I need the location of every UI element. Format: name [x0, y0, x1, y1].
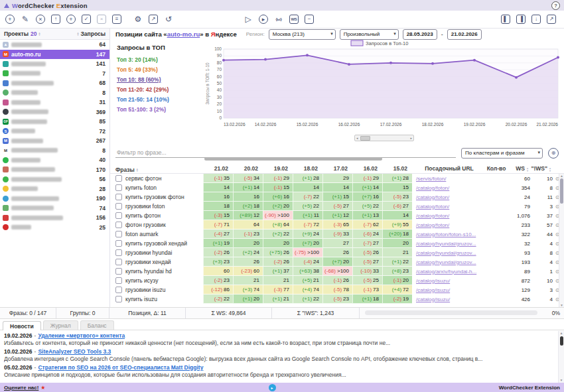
project-item[interactable]: ▲64	[0, 40, 109, 50]
project-item[interactable]: 28	[0, 184, 109, 194]
project-item[interactable]: 156	[0, 213, 109, 223]
landing-url-link[interactable]: /catalog/hyundai/gruzov...	[416, 241, 476, 247]
row-checkbox[interactable]	[115, 296, 122, 302]
top-stat-line[interactable]: Топ 3: 20 (14%)	[117, 55, 204, 65]
project-item[interactable]: 369	[0, 107, 109, 117]
news-vscrollbar[interactable]: ▲ ▼	[558, 331, 564, 383]
region-select[interactable]: Москва (213)	[269, 29, 336, 40]
scroll-right-icon[interactable]: ▸	[409, 137, 413, 140]
add-project-icon[interactable]: +	[5, 15, 15, 24]
scroll-thumb[interactable]	[360, 136, 370, 141]
phrase-list-icon[interactable]: ✓	[82, 15, 91, 24]
history-icon[interactable]: ↺	[164, 15, 173, 24]
landing-url-link[interactable]: /catalog/foton/	[416, 194, 449, 200]
project-item[interactable]: 68	[0, 78, 109, 88]
site-link[interactable]: auto-mo.ru	[167, 31, 200, 38]
help-icon[interactable]: ?	[551, 1, 560, 10]
row-checkbox[interactable]	[115, 249, 122, 256]
phrase-filter-input[interactable]	[115, 148, 456, 158]
settings-icon[interactable]: ⚙	[133, 15, 143, 24]
row-checkbox[interactable]	[115, 231, 122, 237]
chart-scrollbar[interactable]: ◂ ▸	[354, 135, 414, 141]
dates-hscrollbar[interactable]	[204, 157, 382, 161]
run-all-check-icon[interactable]: ▸	[259, 15, 268, 24]
rate-us-link[interactable]: Оцените нас!	[4, 385, 38, 391]
date-column-header[interactable]: 20.02	[233, 165, 263, 173]
table-vscrollbar[interactable]: ▲ ▼	[559, 174, 564, 307]
date-column-header[interactable]: 16.02	[352, 165, 382, 173]
import-phrases-icon[interactable]: ↑	[51, 15, 60, 24]
edit-project-icon[interactable]: ✎	[21, 15, 30, 24]
project-item[interactable]: 40	[0, 155, 109, 165]
export-icon[interactable]: ↗	[149, 15, 158, 24]
date-column-header[interactable]: 19.02	[263, 165, 293, 173]
news-title-link[interactable]: SiteAnalyzer SEO Tools 3.3	[38, 348, 111, 355]
row-checkbox[interactable]	[115, 287, 122, 293]
project-item[interactable]: 141	[0, 59, 109, 69]
landing-url-link[interactable]: /catalog/isuzu/	[416, 278, 450, 284]
top-stat-line[interactable]: Топ 21-50: 14 (10%)	[117, 95, 204, 105]
landing-url-link[interactable]: /catalog/hyundai/gruzov...	[416, 250, 476, 256]
row-checkbox[interactable]	[115, 268, 122, 275]
date-column-header[interactable]: 17.02	[322, 165, 352, 173]
date-from-input[interactable]: 28.05.2023	[403, 29, 437, 40]
top-stat-line[interactable]: Топ 10: 88 (60%)	[117, 75, 204, 85]
project-item[interactable]: 7	[0, 69, 109, 79]
period-select[interactable]: Произвольный	[340, 29, 399, 40]
scroll-left-icon[interactable]: ◂	[355, 137, 360, 140]
project-item[interactable]: 74	[0, 204, 109, 214]
project-item[interactable]: 25	[0, 223, 109, 233]
project-item[interactable]: M8	[0, 146, 109, 156]
landing-url-link[interactable]: /catalog/isuzu/	[416, 296, 450, 302]
project-item[interactable]: 56	[0, 174, 109, 184]
panel-left-icon[interactable]: ▌	[501, 15, 510, 24]
iws-column-header[interactable]: "!WS"	[530, 165, 553, 173]
share-icon[interactable]: ↗	[547, 15, 556, 24]
clipboard-report-icon[interactable]: −	[305, 15, 314, 24]
top-stat-line[interactable]: Топ 51-100: 3 (2%)	[117, 105, 204, 115]
landing-url-link[interactable]: /catalog/isuzu/	[416, 287, 450, 293]
project-item[interactable]: GP85	[0, 117, 109, 127]
delete-project-icon[interactable]: ×	[36, 15, 45, 24]
landing-url-link[interactable]: /catalog/foton/	[416, 185, 449, 191]
project-item[interactable]: S72	[0, 127, 109, 137]
landing-url-link[interactable]: /catalog/foton/	[416, 204, 449, 210]
run-check-icon[interactable]: ▷	[244, 15, 253, 24]
row-checkbox[interactable]	[115, 184, 122, 191]
row-checkbox[interactable]	[115, 259, 122, 265]
scroll-up-icon[interactable]: ▲	[560, 174, 563, 178]
morphology-icon[interactable]: {ы}	[274, 15, 283, 24]
top-stat-line[interactable]: Топ 11-20: 42 (29%)	[117, 85, 204, 95]
news-tab-журнал[interactable]: Журнал	[43, 320, 78, 330]
news-title-link[interactable]: Стратегия по SEO на 2026 от SEO-специали…	[38, 364, 203, 371]
row-checkbox[interactable]	[115, 194, 122, 200]
project-item[interactable]: 8	[0, 88, 109, 98]
landing-url-link[interactable]: /catalog/foton/	[416, 213, 449, 219]
project-item[interactable]: M267	[0, 136, 109, 146]
project-item[interactable]: 170	[0, 165, 109, 175]
ws-column-header[interactable]: WS	[506, 165, 530, 173]
projects-header[interactable]: Проекты 20 Запросы	[0, 29, 109, 40]
news-tab-баланс[interactable]: Баланс	[80, 320, 114, 330]
landing-url-link[interactable]: /servis/foton/	[416, 176, 446, 182]
date-column-header[interactable]: 18.02	[293, 165, 322, 173]
landing-url-link[interactable]: /catalog/hyundai/gruzov...	[416, 259, 476, 265]
top-stat-line[interactable]: Топ 5: 49 (33%)	[117, 65, 204, 75]
scroll-thumb[interactable]	[560, 336, 563, 346]
landing-url-link[interactable]: /catalog/foton/foton-s10...	[416, 231, 476, 237]
globe-icon[interactable]: ⊕	[548, 148, 559, 159]
landing-url-link[interactable]: /catalog/arxiv/hyundai-h...	[416, 269, 476, 275]
add-phrase-icon[interactable]: +	[66, 15, 76, 24]
phrases-column-header[interactable]: Фразы	[110, 166, 203, 173]
project-item[interactable]: 31	[0, 98, 109, 107]
row-checkbox[interactable]	[115, 240, 122, 247]
delete-phrases-icon[interactable]: ×	[97, 15, 106, 24]
news-title-link[interactable]: Удаление «мертвого» контента	[38, 332, 125, 339]
row-checkbox[interactable]	[115, 222, 122, 228]
export-file-icon[interactable]: ↓	[531, 15, 541, 24]
date-column-header[interactable]: 15.02	[382, 165, 412, 173]
groups-icon[interactable]: ≡	[112, 15, 121, 24]
cluster-mode-select[interactable]: По кластерам и фразам	[461, 148, 543, 159]
scroll-up-icon[interactable]: ▲	[560, 331, 563, 336]
landing-url-link[interactable]: /catalog/foton/	[416, 222, 449, 228]
